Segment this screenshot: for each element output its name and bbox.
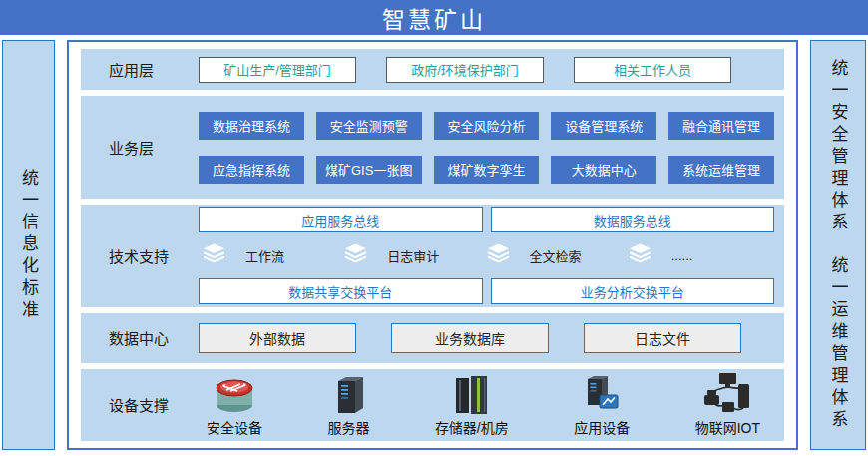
- exchange-platform-box: 数据共享交换平台: [199, 278, 483, 304]
- layers-icon: [629, 243, 651, 267]
- data-source-box: 外部数据: [199, 323, 356, 353]
- stakeholder-box: 相关工作人员: [574, 57, 731, 83]
- business-system-chip: 安全风险分析: [434, 112, 540, 140]
- layers-icon: [203, 243, 225, 267]
- business-system-chip: 系统运维管理: [668, 156, 774, 184]
- business-layer-band: 业务层 数据治理系统 安全监测预警 安全风险分析 设备管理系统 融合通讯管理 应…: [81, 96, 784, 199]
- equipment-item-label: 应用设备: [574, 417, 630, 437]
- middleware-label: ......: [671, 248, 693, 263]
- title-banner: 智慧矿山: [0, 0, 868, 35]
- exchange-platforms: 数据共享交换平台 业务分析交换平台: [199, 278, 774, 304]
- business-row-1: 数据治理系统 安全监测预警 安全风险分析 设备管理系统 融合通讯管理: [199, 112, 774, 140]
- service-bus-box: 应用服务总线: [199, 207, 483, 232]
- iot-network-icon: [702, 372, 752, 416]
- main-panel: 应用层 矿山生产/管理部门 政府/环境保护部门 相关工作人员 业务层 数据治理系…: [67, 40, 798, 450]
- smart-mine-architecture-diagram: 智慧矿山 统一信息化标准 应用层 矿山生产/管理部门 政府/环境保护部门 相关工…: [0, 0, 868, 456]
- exchange-platform-box: 业务分析交换平台: [491, 278, 775, 304]
- application-layer-band: 应用层 矿山生产/管理部门 政府/环境保护部门 相关工作人员: [81, 49, 784, 90]
- equipment-item-label: 存储器/机房: [435, 417, 509, 437]
- tech-support-label: 技术支持: [81, 245, 199, 266]
- stakeholder-box: 矿山生产/管理部门: [199, 57, 356, 83]
- equipment-label: 设备支撑: [81, 394, 199, 415]
- equipment-item: 服务器: [327, 372, 369, 437]
- business-system-chip: 应急指挥系统: [199, 156, 304, 184]
- layers-icon: [344, 243, 367, 267]
- equipment-item: 应用设备: [574, 372, 630, 437]
- left-pillar-label: 统一信息化标准: [20, 169, 37, 322]
- right-pillar-label-ops: 统一运维管理体系: [830, 256, 847, 432]
- tech-support-content: 应用服务总线 数据服务总线 工作流: [199, 207, 784, 304]
- stakeholder-box: 政府/环境保护部门: [386, 57, 544, 83]
- storage-rack-icon: [450, 372, 494, 416]
- app-device-icon: [580, 372, 624, 416]
- right-pillar-label-security: 统一安全管理体系: [830, 59, 847, 234]
- content-area: 统一信息化标准 应用层 矿山生产/管理部门 政府/环境保护部门 相关工作人员 业…: [0, 35, 868, 452]
- application-boxes: 矿山生产/管理部门 政府/环境保护部门 相关工作人员: [199, 57, 784, 83]
- security-router-icon: [211, 372, 258, 416]
- data-source-box: 业务数据库: [391, 323, 549, 353]
- business-system-chip: 数据治理系统: [199, 112, 304, 140]
- middleware-row: 工作流 日志审计 全文检索: [199, 243, 774, 267]
- middleware-label: 工作流: [245, 246, 284, 265]
- equipment-item-label: 物联网IOT: [695, 417, 760, 437]
- middleware-label: 日志审计: [387, 246, 439, 265]
- data-center-label: 数据中心: [81, 327, 199, 348]
- equipment-item-label: 安全设备: [207, 417, 262, 437]
- business-systems: 数据治理系统 安全监测预警 安全风险分析 设备管理系统 融合通讯管理 应急指挥系…: [199, 112, 784, 184]
- page-title: 智慧矿山: [382, 1, 486, 35]
- equipment-item: 物联网IOT: [695, 372, 760, 437]
- equipment-band: 设备支撑 安全设备: [81, 369, 784, 441]
- application-layer-label: 应用层: [81, 59, 199, 80]
- business-system-chip: 安全监测预警: [316, 112, 422, 140]
- middleware-item: 工作流: [203, 243, 344, 267]
- data-center-boxes: 外部数据 业务数据库 日志文件: [199, 323, 784, 353]
- middleware-label: 全文检索: [530, 246, 582, 265]
- business-layer-label: 业务层: [81, 137, 199, 158]
- middleware-item: 全文检索: [487, 243, 629, 267]
- middleware-item: 日志审计: [344, 243, 486, 267]
- server-tower-icon: [329, 372, 367, 416]
- tech-support-band: 技术支持 应用服务总线 数据服务总线 工作流: [81, 205, 784, 307]
- data-source-box: 日志文件: [584, 323, 741, 353]
- business-system-chip: 融合通讯管理: [668, 112, 774, 140]
- equipment-item-label: 服务器: [327, 417, 369, 437]
- right-pillar: 统一安全管理体系 统一运维管理体系: [810, 40, 866, 450]
- equipment-item: 存储器/机房: [435, 372, 509, 437]
- business-system-chip: 煤矿数字孪生: [434, 156, 540, 184]
- middleware-item: ......: [629, 243, 770, 267]
- left-pillar: 统一信息化标准: [2, 40, 55, 450]
- business-system-chip: 设备管理系统: [551, 112, 656, 140]
- business-system-chip: 大数据中心: [551, 156, 656, 184]
- service-buses: 应用服务总线 数据服务总线: [199, 207, 774, 232]
- equipment-items: 安全设备: [199, 372, 784, 437]
- data-center-band: 数据中心 外部数据 业务数据库 日志文件: [81, 313, 784, 363]
- service-bus-box: 数据服务总线: [491, 207, 775, 232]
- equipment-item: 安全设备: [207, 372, 262, 437]
- business-system-chip: 煤矿GIS一张图: [316, 156, 422, 184]
- layers-icon: [487, 243, 510, 267]
- business-row-2: 应急指挥系统 煤矿GIS一张图 煤矿数字孪生 大数据中心 系统运维管理: [199, 156, 774, 184]
